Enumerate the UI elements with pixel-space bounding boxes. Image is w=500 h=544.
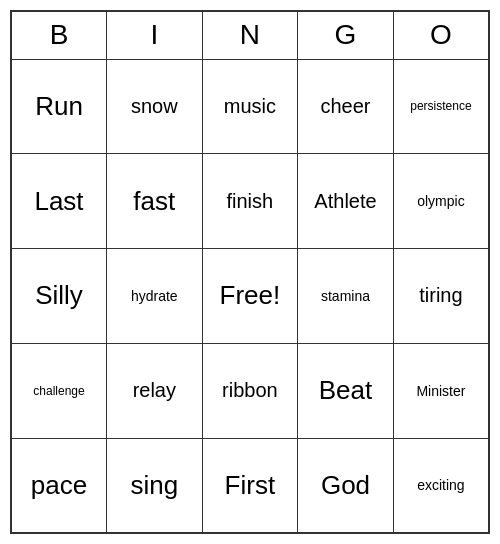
header-cell-g: G bbox=[298, 11, 394, 59]
bingo-cell-r3-c3: Beat bbox=[298, 343, 394, 438]
bingo-cell-r3-c1: relay bbox=[107, 343, 202, 438]
bingo-cell-r2-c0: Silly bbox=[11, 249, 107, 344]
bingo-cell-r2-c4: tiring bbox=[393, 249, 489, 344]
bingo-cell-r2-c2: Free! bbox=[202, 249, 298, 344]
bingo-cell-r0-c2: music bbox=[202, 59, 298, 154]
header-cell-b: B bbox=[11, 11, 107, 59]
bingo-cell-r3-c4: Minister bbox=[393, 343, 489, 438]
bingo-cell-r4-c4: exciting bbox=[393, 438, 489, 533]
table-row: SillyhydrateFree!staminatiring bbox=[11, 249, 489, 344]
bingo-cell-r4-c0: pace bbox=[11, 438, 107, 533]
bingo-cell-r4-c3: God bbox=[298, 438, 394, 533]
bingo-cell-r0-c3: cheer bbox=[298, 59, 394, 154]
header-cell-n: N bbox=[202, 11, 298, 59]
bingo-cell-r0-c1: snow bbox=[107, 59, 202, 154]
bingo-cell-r3-c0: challenge bbox=[11, 343, 107, 438]
bingo-card: BINGO RunsnowmusiccheerpersistenceLastfa… bbox=[10, 10, 490, 534]
header-cell-i: I bbox=[107, 11, 202, 59]
bingo-cell-r1-c4: olympic bbox=[393, 154, 489, 249]
table-row: LastfastfinishAthleteolympic bbox=[11, 154, 489, 249]
bingo-cell-r3-c2: ribbon bbox=[202, 343, 298, 438]
table-row: Runsnowmusiccheerpersistence bbox=[11, 59, 489, 154]
bingo-cell-r0-c0: Run bbox=[11, 59, 107, 154]
bingo-cell-r2-c3: stamina bbox=[298, 249, 394, 344]
header-cell-o: O bbox=[393, 11, 489, 59]
bingo-cell-r2-c1: hydrate bbox=[107, 249, 202, 344]
bingo-cell-r1-c3: Athlete bbox=[298, 154, 394, 249]
bingo-cell-r1-c2: finish bbox=[202, 154, 298, 249]
bingo-cell-r1-c1: fast bbox=[107, 154, 202, 249]
bingo-cell-r0-c4: persistence bbox=[393, 59, 489, 154]
header-row: BINGO bbox=[11, 11, 489, 59]
table-row: pacesingFirstGodexciting bbox=[11, 438, 489, 533]
table-row: challengerelayribbonBeatMinister bbox=[11, 343, 489, 438]
bingo-cell-r4-c1: sing bbox=[107, 438, 202, 533]
bingo-cell-r4-c2: First bbox=[202, 438, 298, 533]
bingo-cell-r1-c0: Last bbox=[11, 154, 107, 249]
